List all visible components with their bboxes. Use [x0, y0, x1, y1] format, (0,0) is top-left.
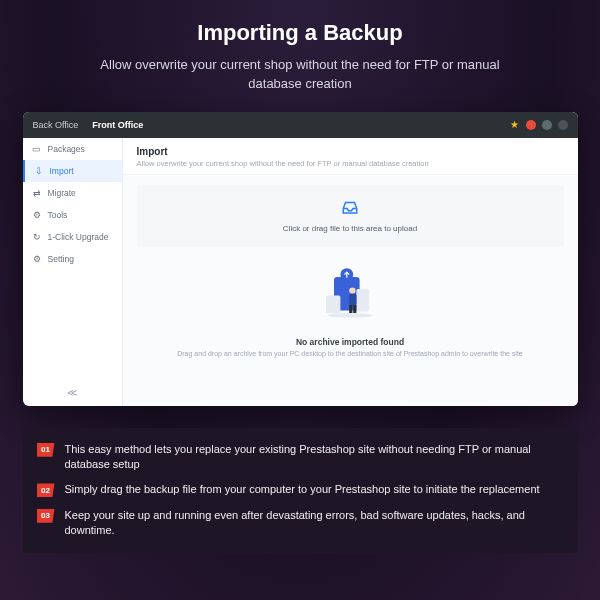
- sidebar-label: 1-Click Upgrade: [48, 232, 109, 242]
- content-area: Click or drag file to this area to uploa…: [123, 175, 578, 406]
- sidebar-item-import[interactable]: ⇩ Import: [23, 160, 122, 182]
- bullet-badge: 03: [37, 509, 55, 523]
- bullet-badge: 02: [37, 483, 55, 497]
- page-title: Importing a Backup: [0, 20, 600, 46]
- tab-back-office[interactable]: Back Office: [33, 120, 79, 130]
- chevron-left-icon: ≪: [67, 387, 77, 398]
- bullet-text: This easy method lets you replace your e…: [65, 442, 564, 473]
- main-panel: Import Allow overwrite your current shop…: [123, 138, 578, 406]
- sidebar-item-migrate[interactable]: ⇄ Migrate: [23, 182, 122, 204]
- bullet-badge: 01: [37, 443, 55, 457]
- sidebar-label: Import: [50, 166, 74, 176]
- bullet-item: 03 Keep your site up and running even af…: [37, 508, 564, 539]
- sidebar-label: Setting: [48, 254, 74, 264]
- empty-title: No archive imported found: [137, 337, 564, 347]
- main-title: Import: [137, 146, 564, 157]
- tools-icon: ⚙: [32, 210, 42, 220]
- bullet-item: 01 This easy method lets you replace you…: [37, 442, 564, 473]
- tab-front-office[interactable]: Front Office: [92, 120, 143, 130]
- main-header: Import Allow overwrite your current shop…: [123, 138, 578, 175]
- svg-rect-7: [349, 305, 352, 313]
- svg-rect-8: [353, 305, 356, 313]
- bullet-text: Keep your site up and running even after…: [65, 508, 564, 539]
- sidebar-collapse-button[interactable]: ≪: [67, 387, 77, 398]
- import-icon: ⇩: [34, 166, 44, 176]
- upload-dropzone[interactable]: Click or drag file to this area to uploa…: [137, 185, 564, 247]
- sidebar-label: Tools: [48, 210, 68, 220]
- empty-subtitle: Drag and drop an archive from your PC de…: [137, 350, 564, 357]
- setting-icon: ⚙: [32, 254, 42, 264]
- migrate-icon: ⇄: [32, 188, 42, 198]
- svg-point-4: [328, 313, 373, 318]
- star-icon[interactable]: ★: [510, 120, 520, 130]
- status-dot-red[interactable]: [526, 120, 536, 130]
- package-icon: ▭: [32, 144, 42, 154]
- empty-illustration-icon: [310, 265, 390, 325]
- svg-rect-3: [356, 289, 369, 311]
- main-desc: Allow overwrite your current shop withou…: [137, 159, 564, 168]
- bullet-text: Simply drag the backup file from your co…: [65, 482, 540, 497]
- sidebar-item-packages[interactable]: ▭ Packages: [23, 138, 122, 160]
- topbar: Back Office Front Office ★: [23, 112, 578, 138]
- feature-bullets: 01 This easy method lets you replace you…: [23, 428, 578, 553]
- inbox-icon: [137, 199, 564, 219]
- upload-text: Click or drag file to this area to uploa…: [137, 224, 564, 233]
- status-dot-grey[interactable]: [558, 120, 568, 130]
- svg-point-5: [349, 287, 355, 293]
- upgrade-icon: ↻: [32, 232, 42, 242]
- bullet-item: 02 Simply drag the backup file from your…: [37, 482, 564, 497]
- svg-rect-2: [326, 295, 340, 313]
- sidebar: ▭ Packages ⇩ Import ⇄ Migrate ⚙ Tools ↻ …: [23, 138, 123, 406]
- status-dot-dark[interactable]: [542, 120, 552, 130]
- sidebar-item-upgrade[interactable]: ↻ 1-Click Upgrade: [23, 226, 122, 248]
- topbar-actions: ★: [510, 120, 568, 130]
- sidebar-label: Migrate: [48, 188, 76, 198]
- svg-rect-6: [349, 293, 356, 304]
- sidebar-item-setting[interactable]: ⚙ Setting: [23, 248, 122, 270]
- app-window: Back Office Front Office ★ ▭ Packages ⇩ …: [23, 112, 578, 406]
- sidebar-item-tools[interactable]: ⚙ Tools: [23, 204, 122, 226]
- sidebar-label: Packages: [48, 144, 85, 154]
- empty-state: No archive imported found Drag and drop …: [137, 247, 564, 357]
- page-subtitle: Allow overwrite your current shop withou…: [85, 56, 515, 94]
